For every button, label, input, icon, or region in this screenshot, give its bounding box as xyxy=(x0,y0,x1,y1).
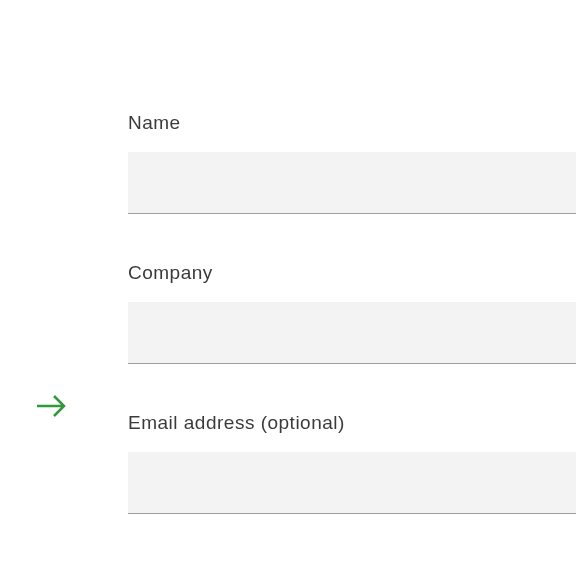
email-field-group: Email address (optional) xyxy=(128,412,576,514)
name-field-group: Name xyxy=(128,112,576,214)
company-input[interactable] xyxy=(128,302,576,364)
contact-form: Name Company Email address (optional) xyxy=(128,112,576,562)
arrow-right-icon xyxy=(35,393,67,419)
name-input[interactable] xyxy=(128,152,576,214)
company-field-group: Company xyxy=(128,262,576,364)
name-label: Name xyxy=(128,112,576,134)
company-label: Company xyxy=(128,262,576,284)
email-input[interactable] xyxy=(128,452,576,514)
email-label: Email address (optional) xyxy=(128,412,576,434)
